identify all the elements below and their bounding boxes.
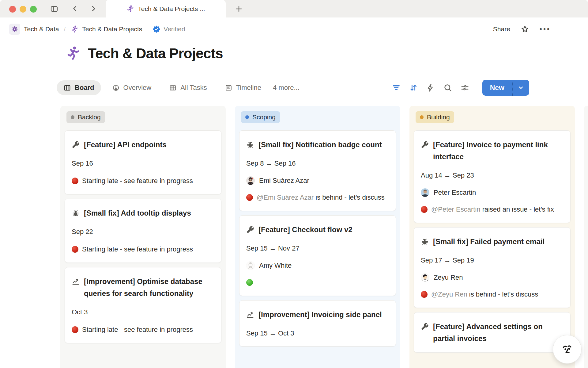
- runner-icon: [70, 25, 78, 33]
- card-title: [Improvement] Invoicing side panel: [258, 309, 382, 320]
- emi-avatar: [246, 176, 255, 185]
- minimize-window-button[interactable]: [20, 6, 26, 13]
- bug-icon: [246, 141, 254, 149]
- breadcrumb-workspace[interactable]: Tech & Data: [9, 24, 59, 35]
- view-tabs: Board Overview All Tasks Timeline: [57, 80, 268, 95]
- status-mention: @Emi Suárez Azar: [257, 194, 315, 201]
- timeline-icon: [225, 84, 232, 92]
- card-status: @Peter Escartin raised an issue - let's …: [421, 204, 564, 215]
- wrench-icon: [421, 323, 429, 331]
- peter-avatar: [421, 188, 429, 197]
- forward-icon[interactable]: [89, 5, 97, 13]
- red-status-dot: [72, 178, 78, 184]
- tab-label: Overview: [123, 84, 152, 92]
- filter-icon[interactable]: [392, 83, 401, 92]
- column-header-backlog[interactable]: Backlog: [66, 111, 105, 123]
- wrench-icon: [421, 141, 429, 149]
- share-button[interactable]: Share: [493, 25, 510, 33]
- status-text: Starting late - see feature in progress: [82, 245, 193, 253]
- status-text: raised an issue - let's fix: [482, 205, 554, 213]
- close-window-button[interactable]: [9, 6, 16, 13]
- red-status-dot: [72, 246, 78, 253]
- task-card[interactable]: [Improvement] Optimise database queries …: [65, 267, 221, 343]
- sliders-icon[interactable]: [460, 83, 469, 92]
- status-dot: [420, 115, 424, 119]
- breadcrumb-separator: /: [64, 25, 66, 33]
- card-status: [246, 277, 389, 288]
- verified-badge[interactable]: Verified: [153, 25, 185, 33]
- breadcrumb: Tech & Data / Tech & Data Projects Verif…: [9, 24, 185, 35]
- page-title-row: Tech & Data Projects: [0, 43, 588, 64]
- new-tab-icon[interactable]: [235, 5, 243, 13]
- card-title: [Feature] Checkout flow v2: [258, 224, 352, 236]
- status-dot: [245, 115, 249, 119]
- card-title: [Feature] Advanced settings on partial i…: [433, 320, 564, 344]
- star-icon[interactable]: [521, 25, 529, 33]
- task-card[interactable]: [Feature] Invoice to payment link interf…: [414, 130, 571, 223]
- sort-icon[interactable]: [409, 83, 418, 92]
- new-dropdown-button[interactable]: [512, 80, 529, 96]
- kanban-board: Backlog [Feature] API endpoints Sep 16 S…: [0, 106, 588, 368]
- column-name: Backlog: [78, 113, 101, 121]
- column-header-scoping[interactable]: Scoping: [241, 111, 280, 123]
- tab-label: All Tasks: [180, 84, 207, 92]
- topbar: Tech & Data / Tech & Data Projects Verif…: [0, 17, 588, 41]
- gear-icon: [9, 24, 20, 35]
- tab-board[interactable]: Board: [57, 80, 101, 95]
- gauge-icon: [112, 84, 120, 92]
- card-title: [Improvement] Optimise database queries …: [84, 275, 214, 299]
- verified-label: Verified: [164, 25, 185, 33]
- card-date: Sep 17 → Sep 19: [421, 255, 564, 265]
- page-title[interactable]: Tech & Data Projects: [88, 45, 223, 62]
- task-card[interactable]: [Small fix] Notification badge count Sep…: [239, 130, 396, 211]
- tab-overview[interactable]: Overview: [105, 80, 158, 95]
- card-status: Starting late - see feature in progress: [72, 324, 214, 335]
- card-title: [Feature] Invoice to payment link interf…: [433, 139, 564, 163]
- ellipsis-icon[interactable]: •••: [540, 25, 551, 33]
- task-card[interactable]: [Feature] Advanced settings on partial i…: [414, 312, 571, 353]
- card-date: Sep 22: [72, 227, 214, 237]
- browser-tab[interactable]: Tech & Data Projects ...: [106, 0, 226, 17]
- card-assignee: Peter Escartin: [421, 188, 564, 197]
- task-card[interactable]: [Improvement] Invoicing side panel Sep 1…: [239, 300, 396, 347]
- zoom-window-button[interactable]: [30, 6, 37, 13]
- card-status: @Emi Suárez Azar is behind - let's discu…: [246, 192, 389, 203]
- task-card[interactable]: [Small fix] Add tooltip displays Sep 22 …: [65, 199, 221, 263]
- page-label: Tech & Data Projects: [82, 25, 142, 33]
- board-column-partial: [584, 106, 588, 368]
- column-header-building[interactable]: Building: [416, 111, 454, 123]
- new-button-group: New: [482, 80, 529, 96]
- view-toolbar: New: [392, 80, 529, 96]
- red-status-dot: [421, 291, 428, 298]
- back-icon[interactable]: [71, 5, 79, 13]
- status-text: Starting late - see feature in progress: [82, 326, 193, 333]
- more-views-button[interactable]: 4 more...: [273, 84, 300, 92]
- top-actions: Share •••: [493, 25, 551, 33]
- card-status: Starting late - see feature in progress: [72, 244, 214, 255]
- window-titlebar: Tech & Data Projects ...: [0, 0, 588, 17]
- card-date: Sep 15 → Oct 3: [246, 328, 389, 338]
- tab-timeline[interactable]: Timeline: [218, 80, 268, 95]
- board-column-scoping: Scoping [Small fix] Notification badge c…: [235, 106, 400, 368]
- breadcrumb-page[interactable]: Tech & Data Projects: [70, 25, 142, 33]
- status-mention: @Peter Escartin: [431, 205, 482, 213]
- lightning-icon[interactable]: [426, 83, 435, 92]
- notion-ai-button[interactable]: [553, 335, 582, 364]
- toggle-sidebar-icon[interactable]: [50, 5, 58, 13]
- status-text: is behind - let's discuss: [469, 290, 538, 298]
- card-status: @Zeyu Ren is behind - let's discuss: [421, 289, 564, 300]
- new-button[interactable]: New: [482, 80, 512, 96]
- task-card[interactable]: [Feature] Checkout flow v2 Sep 15 → Nov …: [239, 215, 396, 296]
- card-assignee: Zeyu Ren: [421, 273, 564, 282]
- column-name: Scoping: [252, 113, 276, 121]
- tab-label: Timeline: [236, 84, 261, 92]
- green-status-dot: [246, 279, 253, 286]
- task-card[interactable]: [Feature] API endpoints Sep 16 Starting …: [65, 130, 221, 194]
- task-card[interactable]: [Small fix] Failed payment email Sep 17 …: [414, 227, 571, 308]
- verified-badge-icon: [153, 25, 160, 33]
- board-column-building: Building [Feature] Invoice to payment li…: [409, 106, 575, 368]
- tab-title: Tech & Data Projects ...: [138, 5, 205, 13]
- tab-all-tasks[interactable]: All Tasks: [162, 80, 213, 95]
- search-icon[interactable]: [443, 83, 452, 92]
- assignee-name: Zeyu Ren: [434, 274, 463, 282]
